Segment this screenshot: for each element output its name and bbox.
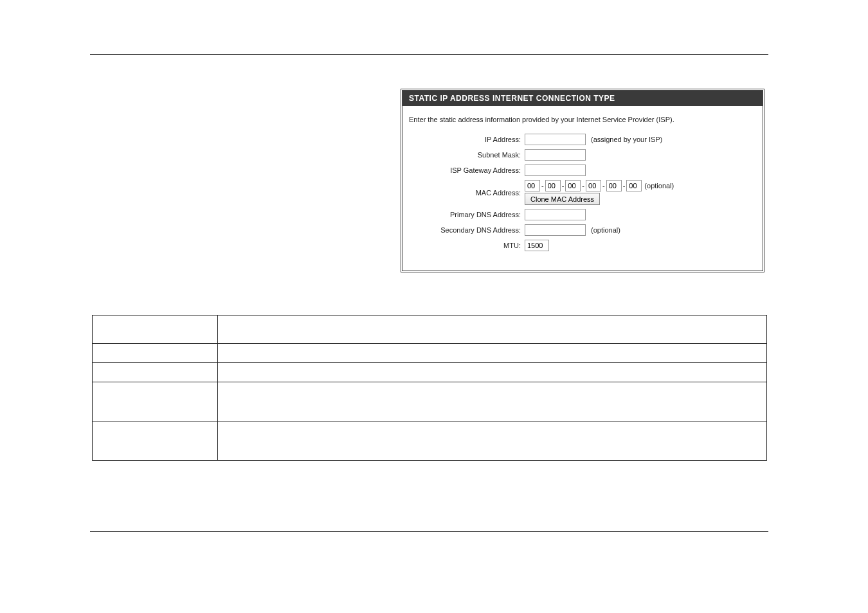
mac-octet-1-input[interactable] (525, 180, 540, 191)
label-mtu: MTU: (409, 242, 525, 249)
mac-separator: - (540, 182, 545, 190)
panel-title: STATIC IP ADDRESS INTERNET CONNECTION TY… (402, 91, 763, 106)
row-mtu: MTU: (409, 240, 756, 251)
label-mac-address: MAC Address: (409, 189, 525, 197)
isp-gateway-input[interactable] (525, 164, 586, 176)
mac-separator: - (581, 182, 586, 190)
primary-dns-input[interactable] (525, 209, 586, 220)
subnet-mask-input[interactable] (525, 149, 586, 161)
mac-octet-4-input[interactable] (586, 180, 601, 191)
label-subnet-mask: Subnet Mask: (409, 151, 525, 159)
description-table (92, 315, 767, 461)
static-ip-config-panel: STATIC IP ADDRESS INTERNET CONNECTION TY… (401, 89, 764, 272)
row-subnet-mask: Subnet Mask: (409, 149, 756, 161)
panel-body: Enter the static address information pro… (402, 106, 763, 271)
row-secondary-dns: Secondary DNS Address: (optional) (409, 224, 756, 236)
mac-octet-6-input[interactable] (626, 180, 642, 191)
table-row (93, 382, 767, 422)
label-secondary-dns: Secondary DNS Address: (409, 226, 525, 234)
row-ip-address: IP Address: (assigned by your ISP) (409, 134, 756, 145)
row-isp-gateway: ISP Gateway Address: (409, 164, 756, 176)
table-row (93, 315, 767, 344)
mac-separator: - (622, 182, 627, 190)
row-mac-address: MAC Address: - - - - - (optional) (409, 180, 756, 205)
mac-octet-3-input[interactable] (565, 180, 581, 191)
table-row (93, 363, 767, 382)
secondary-dns-hint: (optional) (591, 226, 620, 234)
table-row (93, 422, 767, 461)
ip-address-input[interactable] (525, 134, 586, 145)
row-primary-dns: Primary DNS Address: (409, 209, 756, 220)
mac-separator: - (601, 182, 606, 190)
bottom-divider (90, 531, 768, 532)
mac-octet-5-input[interactable] (606, 180, 622, 191)
panel-description: Enter the static address information pro… (409, 115, 756, 125)
label-primary-dns: Primary DNS Address: (409, 211, 525, 218)
mac-hint: (optional) (644, 182, 674, 190)
label-ip-address: IP Address: (409, 136, 525, 143)
table-row (93, 344, 767, 363)
clone-mac-button[interactable]: Clone MAC Address (525, 193, 600, 205)
label-isp-gateway: ISP Gateway Address: (409, 166, 525, 174)
mtu-input[interactable] (525, 240, 549, 251)
mac-octet-2-input[interactable] (545, 180, 561, 191)
ip-address-hint: (assigned by your ISP) (591, 136, 662, 143)
secondary-dns-input[interactable] (525, 224, 586, 236)
mac-separator: - (561, 182, 566, 190)
top-divider (90, 54, 768, 55)
